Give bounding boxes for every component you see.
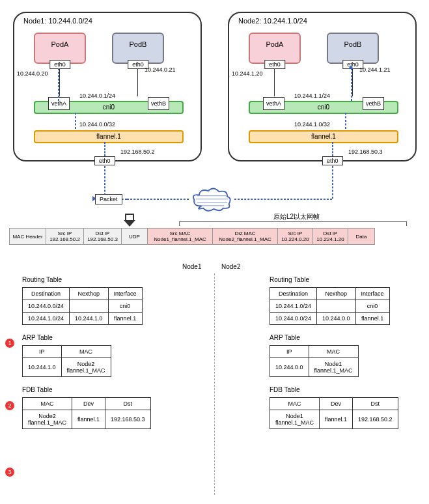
n2podA-label: PodA [250,40,299,48]
pc-src-mac: Src MACNode1_flannel.1_MAC [148,229,213,244]
node1-box: Node1: 10.244.0.0/24 PodA eth0 PodB eth0… [13,12,202,161]
arp-title2: ARP Table [270,334,429,341]
marker-2: 2 [5,401,14,410]
pc-dst-ip: Dst IP192.168.50.3 [84,229,122,244]
node1-flannel-label: flannel.1 [96,133,121,140]
node1-ipB: 10.244.0.21 [145,66,176,73]
pc-dst-ip2: Dst IP10.224.1.20 [313,229,348,244]
node2-title: Node2: 10.244.1.0/24 [238,17,307,25]
node1-tables: Routing Table DestinationNexthopInterfac… [7,273,202,438]
table-row: Node1 flannel.1_MACflannel.1192.168.50.2 [270,410,398,429]
node2-vethA: vethA [263,97,284,110]
node2-section-label: Node2 [221,263,240,270]
marker-1: 1 [5,339,14,348]
table-row: Node2 flannel.1_MACflannel.1192.168.50.3 [23,410,151,429]
node1-vethB: vethB [148,97,169,110]
table-row: 10.244.0.0/24cni0 [23,300,143,313]
node1-cni-label: cni0 [103,104,115,111]
node2-ipA: 10.244.1.20 [232,70,263,77]
podA-eth0: eth0 [49,60,70,69]
n2podA-eth0: eth0 [264,60,285,69]
table-row: 10.244.1.0/2410.244.1.0flannel.1 [23,313,143,325]
node1-section-label: Node1 [182,263,201,270]
pc-src-ip2: Src IP10.224.0.20 [278,229,313,244]
node2-arp-table: IPMAC 10.244.0.0Node1 flannel.1_MAC [270,345,359,377]
node2-tables: Routing Table DestinationNexthopInterfac… [254,273,429,438]
network-cloud-icon [189,188,234,212]
arrow-down-icon [122,214,135,227]
table-row: 10.244.0.0Node1 flannel.1_MAC [270,358,359,377]
n2podB-label: PodB [328,40,378,48]
table-row: 10.244.0.0/2410.244.0.0flannel.1 [270,313,390,325]
node2-podB: PodB eth0 [327,33,379,64]
node2-flannel-label: flannel.1 [311,133,336,140]
pc-mac-header: MAC Header [10,229,46,244]
node2-fdb-table: MACDevDst Node1 flannel.1_MACflannel.119… [270,397,398,429]
node2-flannel-bar: flannel.1 [249,130,398,143]
node2-box: Node2: 10.244.1.0/24 PodA eth0 PodB eth0… [228,12,417,161]
node1-cni-ip: 10.244.0.1/24 [79,92,115,99]
node1-podA: PodA eth0 [34,33,86,64]
node1-host-ip: 192.168.50.2 [120,148,155,155]
pc-udp: UDP [122,229,148,244]
node2-host-eth: eth0 [322,156,343,165]
rt-title: Routing Table [22,276,202,283]
pc-data: Data [348,229,374,244]
node1-fdb-table: MACDevDst Node2 flannel.1_MACflannel.119… [22,397,151,429]
node1-flannel-bar: flannel.1 [34,130,184,143]
pc-dst-mac: Dst MACNode2_flannel.1_MAC [213,229,278,244]
node1-host-eth: eth0 [94,156,115,165]
rt-title2: Routing Table [270,276,429,283]
node2-vethB: vethB [363,97,384,110]
node1-ipA: 10.244.0.20 [17,70,48,77]
podB-label: PodB [113,40,163,48]
packet-label-box: Packet [95,194,122,204]
fdb-title: FDB Table [22,386,202,393]
node1-podB: PodB eth0 [112,33,164,64]
table-row: 10.244.1.0Node2 flannel.1_MAC [23,358,111,377]
pc-src-ip: Src IP192.168.50.2 [46,229,84,244]
l2-brace [179,221,407,225]
node2-ipB: 10.244.1.21 [359,66,391,73]
vertical-divider [214,273,215,495]
node1-routing-table: DestinationNexthopInterface 10.244.0.0/2… [22,287,143,325]
podA-label: PodA [35,40,85,48]
node1-cni-bar: cni0 vethA vethB [34,101,184,114]
table-row: 10.244.1.0/24cni0 [270,300,390,313]
node2-cni-label: cni0 [318,104,329,111]
node2-podA: PodA eth0 [249,33,301,64]
fdb-title2: FDB Table [270,386,429,393]
node2-cni-ip: 10.244.1.1/24 [294,92,330,99]
node1-flannel-sub: 10.244.0.0/32 [79,121,115,128]
node1-title: Node1: 10.244.0.0/24 [23,17,92,25]
node2-routing-table: DestinationNexthopInterface 10.244.1.0/2… [270,287,390,325]
arp-title: ARP Table [22,334,202,341]
marker-3: 3 [5,468,14,477]
node2-flannel-sub: 10.244.1.0/32 [294,121,330,128]
node2-host-ip: 192.168.50.3 [348,148,383,155]
node2-cni-bar: cni0 vethA vethB [249,101,398,114]
packet-table: MAC Header Src IP192.168.50.2 Dst IP192.… [9,228,375,245]
node1-arp-table: IPMAC 10.244.1.0Node2 flannel.1_MAC [22,345,111,377]
l2-label: 原始L2以太网帧 [273,212,320,221]
